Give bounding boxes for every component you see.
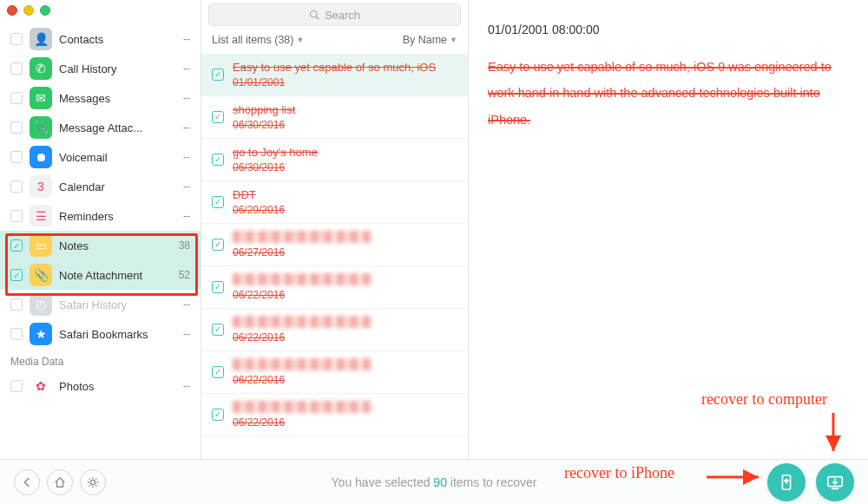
checkbox[interactable]: ✓ [212, 281, 224, 293]
category-label: Call History [59, 62, 168, 75]
sidebar-item-noteattach[interactable]: ✓📎Note Attachment52 [0, 260, 201, 290]
window-minimize-button[interactable] [23, 5, 34, 16]
checkbox[interactable]: ✓ [212, 409, 224, 421]
home-icon [54, 476, 66, 488]
note-row[interactable]: ✓06/22/2016 [201, 309, 468, 351]
category-count: -- [174, 210, 190, 222]
note-row[interactable]: ✓go to Joy's home06/30/2016 [201, 139, 468, 181]
category-label: Reminders [59, 210, 168, 223]
checkbox[interactable]: ✓ [10, 269, 23, 281]
category-label: Message Attac... [59, 121, 168, 134]
category-icon: ★ [30, 323, 52, 345]
category-count: 38 [174, 239, 190, 252]
checkbox[interactable]: ✓ [212, 324, 224, 336]
phone-restore-icon [777, 473, 796, 492]
category-label: Photos [59, 380, 168, 393]
checkbox[interactable] [10, 380, 23, 392]
checkbox[interactable] [10, 33, 23, 45]
media-section-header: Media Data [0, 349, 201, 371]
category-count: -- [174, 298, 190, 311]
window-maximize-button[interactable] [40, 5, 50, 16]
nav-buttons [14, 469, 106, 495]
checkbox[interactable] [10, 298, 23, 311]
list-filter-dropdown[interactable]: List all items (38) ▼ [212, 34, 304, 46]
sidebar-item-safariHist[interactable]: ◴Safari History-- [0, 290, 201, 319]
checkbox[interactable]: ✓ [212, 196, 224, 208]
checkbox[interactable]: ✓ [212, 239, 224, 251]
sidebar-item-photos[interactable]: ✿Photos-- [0, 371, 201, 401]
category-count: -- [174, 328, 190, 340]
category-icon: 👤 [30, 28, 52, 50]
settings-button[interactable] [80, 469, 106, 495]
checkbox[interactable] [10, 210, 23, 222]
sidebar-item-calendar[interactable]: 3Calendar-- [0, 172, 201, 201]
sort-dropdown[interactable]: By Name ▼ [403, 34, 457, 46]
sidebar-item-msgattach[interactable]: 📎Message Attac...-- [0, 113, 201, 142]
category-icon: ◴ [30, 293, 52, 316]
category-label: Safari History [59, 298, 168, 311]
checkbox[interactable] [10, 151, 23, 163]
note-row[interactable]: ✓06/22/2016 [201, 266, 468, 309]
svg-line-1 [316, 16, 319, 19]
footer: You have selected 90 items to recover [0, 460, 868, 504]
window-close-button[interactable] [7, 5, 17, 16]
category-label: Note Attachment [59, 269, 168, 282]
sidebar-item-notes[interactable]: ✓▭Notes38 [0, 231, 201, 260]
category-count: 52 [174, 269, 190, 281]
note-date: 06/22/2016 [233, 331, 285, 344]
note-date: 06/30/2016 [233, 119, 285, 131]
notes-list: ✓Easy to use yet capable of so much, iOS… [201, 54, 468, 459]
search-input[interactable]: Search [208, 3, 461, 26]
category-count: -- [174, 33, 190, 45]
recover-to-computer-button[interactable] [816, 463, 854, 501]
sidebar-item-reminders[interactable]: ☰Reminders-- [0, 201, 201, 231]
note-row[interactable]: ✓DDT06/29/2016 [201, 181, 468, 224]
sidebar-item-messages[interactable]: ✉︎Messages-- [0, 83, 201, 113]
note-row[interactable]: ✓06/27/2016 [201, 224, 468, 266]
svg-point-2 [90, 480, 95, 484]
checkbox[interactable]: ✓ [10, 239, 23, 252]
category-icon: ✉︎ [30, 87, 52, 109]
category-count: -- [174, 180, 190, 193]
list-filter-label: List all items (38) [212, 34, 293, 46]
note-row[interactable]: ✓06/22/2016 [201, 351, 468, 394]
checkbox[interactable]: ✓ [212, 366, 224, 378]
category-label: Notes [59, 239, 168, 252]
category-count: -- [174, 380, 190, 392]
checkbox[interactable]: ✓ [212, 111, 224, 123]
sidebar-item-contacts[interactable]: 👤Contacts-- [0, 24, 201, 54]
preview-timestamp: 01/01/2001 08:00:00 [488, 23, 849, 36]
checkbox[interactable]: ✓ [212, 154, 224, 166]
recover-to-iphone-button[interactable] [767, 463, 806, 501]
back-button[interactable] [14, 469, 40, 495]
note-row[interactable]: ✓06/22/2016 [201, 394, 468, 436]
checkbox[interactable] [10, 92, 23, 104]
category-count: -- [174, 151, 190, 163]
window-controls [7, 5, 50, 16]
home-button[interactable] [47, 469, 73, 495]
sidebar-item-safariBm[interactable]: ★Safari Bookmarks-- [0, 319, 201, 349]
arrow-left-icon [21, 476, 33, 488]
note-title: shopping list [233, 103, 441, 118]
checkbox[interactable] [10, 180, 23, 193]
note-date: 06/22/2016 [233, 416, 285, 429]
sidebar-item-callhistory[interactable]: ✆Call History-- [0, 54, 201, 83]
checkbox[interactable]: ✓ [212, 69, 224, 81]
checkbox[interactable] [10, 121, 23, 134]
note-row[interactable]: ✓Easy to use yet capable of so much, iOS… [201, 54, 468, 96]
gear-icon [87, 476, 99, 488]
note-title: DDT [233, 188, 441, 203]
category-icon: ⏺ [30, 146, 52, 168]
search-icon [309, 10, 319, 20]
filter-row: List all items (38) ▼ By Name ▼ [201, 26, 468, 54]
note-row[interactable]: ✓shopping list06/30/2016 [201, 96, 468, 139]
category-icon: ✆ [30, 57, 52, 80]
note-title: Easy to use yet capable of so much, iOS [233, 61, 441, 75]
category-label: Contacts [59, 33, 168, 46]
computer-download-icon [825, 473, 845, 492]
sidebar-item-voicemail[interactable]: ⏺Voicemail-- [0, 142, 201, 172]
checkbox[interactable] [10, 62, 23, 75]
note-title-redacted [233, 231, 372, 243]
note-title-redacted [233, 401, 372, 413]
checkbox[interactable] [10, 328, 23, 340]
